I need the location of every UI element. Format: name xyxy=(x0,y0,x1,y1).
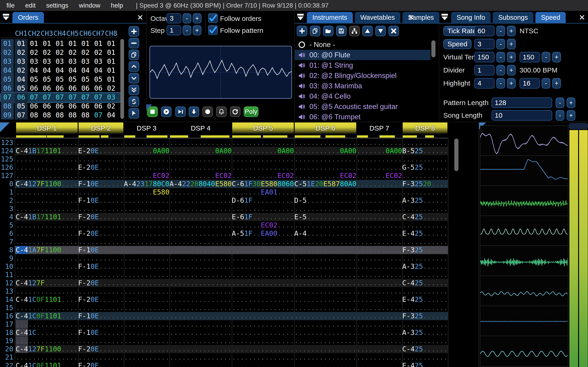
pattern-cell[interactable]: F-32520.... xyxy=(402,180,448,188)
pattern-cell[interactable]: ........... xyxy=(356,188,402,196)
pattern-cell[interactable]: F-10E...... xyxy=(78,312,124,320)
pattern-cell[interactable]: ............... xyxy=(294,221,356,229)
pattern-cell[interactable]: ........... xyxy=(78,155,124,163)
pattern-cell[interactable]: A-325...... xyxy=(402,196,448,205)
pattern-cell[interactable]: ........... xyxy=(124,320,170,328)
pattern-cell[interactable]: ........... xyxy=(356,238,402,246)
pattern-cell[interactable]: ........... xyxy=(124,196,170,205)
pattern-cell[interactable]: .......0A00 xyxy=(124,147,170,155)
pattern-cell[interactable]: ............... xyxy=(170,205,232,213)
pattern-cell[interactable]: ........... xyxy=(78,238,124,246)
pattern-cell[interactable]: ............... xyxy=(232,295,294,304)
pattern-cell[interactable]: C-41A7F1100.... xyxy=(16,246,78,254)
pattern-cell[interactable]: ........... xyxy=(124,304,170,312)
pattern-cell[interactable]: ........... xyxy=(78,188,124,196)
pattern-cell[interactable]: ............... xyxy=(232,163,294,172)
pattern-cell[interactable]: ............... xyxy=(232,345,294,353)
pattern-cell[interactable]: ............... xyxy=(170,139,232,147)
pattern-cell[interactable]: ............... xyxy=(232,312,294,320)
pattern-cell[interactable]: ............... xyxy=(294,246,356,254)
pattern-cell[interactable]: F-325...... xyxy=(402,246,448,254)
pattern-cell[interactable]: ........... xyxy=(402,254,448,262)
pattern-cell[interactable]: F-10E...... xyxy=(78,262,124,271)
pattern-cell[interactable]: ............... xyxy=(294,205,356,213)
pattern-cell[interactable]: ........... xyxy=(402,304,448,312)
pattern-cell[interactable]: ........... xyxy=(78,205,124,213)
pattern-cell[interactable]: ............... xyxy=(170,320,232,328)
pattern-cell[interactable]: ............... xyxy=(232,361,294,367)
pattern-cell[interactable]: ............... xyxy=(16,353,78,361)
pattern-cell[interactable]: ........... xyxy=(402,238,448,246)
pattern-cell[interactable]: ............... xyxy=(170,361,232,367)
pattern-cell[interactable]: ............... xyxy=(232,271,294,279)
pattern-cell[interactable]: ........... xyxy=(78,320,124,328)
pattern-cell[interactable]: ............... xyxy=(16,262,78,271)
pattern-cell[interactable]: ........... xyxy=(356,279,402,287)
pattern-cell[interactable]: ............... xyxy=(232,155,294,163)
pattern-cell[interactable]: ............... xyxy=(16,238,78,246)
pattern-cell[interactable]: ........... xyxy=(124,163,170,172)
pattern-cell[interactable]: ............... xyxy=(170,254,232,262)
pattern-cell[interactable]: ............... xyxy=(294,163,356,172)
pattern-cell[interactable]: ........... xyxy=(356,196,402,205)
pattern-cell[interactable]: ........... xyxy=(356,312,402,320)
pattern-cell[interactable]: ........... xyxy=(124,221,170,229)
pattern-cell[interactable]: ........... xyxy=(402,155,448,163)
pattern-cell[interactable]: A-4231780C0 xyxy=(124,180,170,188)
pattern-cell[interactable]: ............... xyxy=(232,328,294,337)
pattern-cell[interactable]: ........... xyxy=(356,328,402,337)
pattern-cell[interactable]: ............... xyxy=(16,139,78,147)
pattern-cell[interactable]: ............... xyxy=(16,271,78,279)
pattern-cell[interactable]: ............... xyxy=(16,229,78,238)
pattern-cell[interactable]: ............... xyxy=(170,295,232,304)
pattern-cell[interactable]: A-4............ xyxy=(294,229,356,238)
pattern-cell[interactable]: B-525...... xyxy=(402,147,448,155)
pattern-cell[interactable]: ............... xyxy=(170,213,232,221)
pattern-cell[interactable]: ............... xyxy=(294,287,356,295)
pattern-cell[interactable]: ........... xyxy=(124,155,170,163)
pattern-cell[interactable]: C-4127F1100.... xyxy=(16,345,78,353)
pattern-cell[interactable]: ............... xyxy=(16,196,78,205)
pattern-cell[interactable]: ........... xyxy=(78,353,124,361)
pattern-cell[interactable]: ........... xyxy=(124,205,170,213)
pattern-cell[interactable]: C-425...... xyxy=(402,345,448,353)
pattern-cell[interactable]: F-10E...... xyxy=(78,328,124,337)
pattern-cell[interactable]: ............... xyxy=(232,279,294,287)
pattern-cell[interactable]: ............... xyxy=(170,337,232,345)
pattern-cell[interactable]: .......EC02 xyxy=(124,172,170,180)
pattern-cell[interactable]: ........... xyxy=(356,229,402,238)
pattern-cell[interactable]: ............... xyxy=(170,271,232,279)
pattern-cell[interactable]: C-41C0F1101.... xyxy=(16,295,78,304)
pattern-cell[interactable]: C-425...... xyxy=(402,279,448,287)
pattern-cell[interactable]: ........... xyxy=(402,205,448,213)
pattern-cell[interactable]: ........... xyxy=(356,295,402,304)
pattern-cell[interactable]: ............... xyxy=(294,254,356,262)
pattern-cell[interactable]: ............... xyxy=(294,279,356,287)
pattern-cell[interactable]: E-425...... xyxy=(402,295,448,304)
pattern-cell[interactable]: E-425...... xyxy=(402,361,448,367)
pattern-cell[interactable]: ........... xyxy=(78,172,124,180)
pattern-cell[interactable]: ............... xyxy=(232,287,294,295)
pattern-cell[interactable]: E-61F.......... xyxy=(232,213,294,221)
pattern-cell[interactable]: ........... xyxy=(124,238,170,246)
pattern-cell[interactable]: ............... xyxy=(16,254,78,262)
pattern-cell[interactable]: ............... xyxy=(294,361,356,367)
pattern-cell[interactable]: ........... xyxy=(124,254,170,262)
pattern-cell[interactable]: ............... xyxy=(232,238,294,246)
pattern-cell[interactable]: C-4127F1100.... xyxy=(16,180,78,188)
pattern-cell[interactable]: ........... xyxy=(78,254,124,262)
pattern-cell[interactable]: ........... xyxy=(356,213,402,221)
pattern-cell[interactable]: ............... xyxy=(294,271,356,279)
pattern-cell[interactable]: ........... xyxy=(356,262,402,271)
pattern-cell[interactable]: ............... xyxy=(170,246,232,254)
pattern-cell[interactable]: ........... xyxy=(356,221,402,229)
pattern-cell[interactable]: ............... xyxy=(16,172,78,180)
pattern-cell[interactable]: D-5............ xyxy=(294,196,356,205)
pattern-cell[interactable]: ...........0A00 xyxy=(232,147,294,155)
pattern-cell[interactable]: F-20E...... xyxy=(78,345,124,353)
pattern-cell[interactable]: ............... xyxy=(16,337,78,345)
pattern-cell[interactable]: C-425...... xyxy=(402,213,448,221)
pattern-cell[interactable]: ........... xyxy=(356,304,402,312)
pattern-cell[interactable]: ........... xyxy=(356,180,402,188)
pattern-cell[interactable]: F-10E...... xyxy=(78,180,124,188)
